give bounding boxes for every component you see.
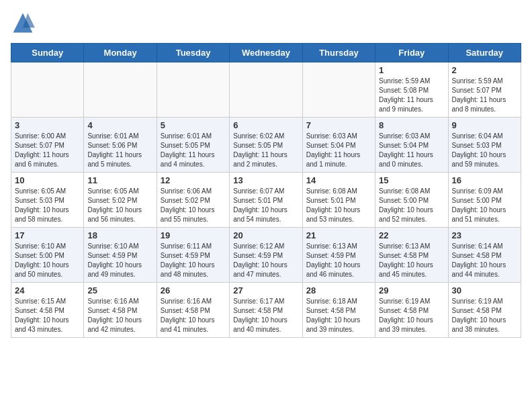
calendar-week-4: 17Sunrise: 6:10 AM Sunset: 5:00 PM Dayli… bbox=[11, 228, 521, 283]
calendar-week-5: 24Sunrise: 6:15 AM Sunset: 4:58 PM Dayli… bbox=[11, 283, 521, 338]
day-info: Sunrise: 6:02 AM Sunset: 5:05 PM Dayligh… bbox=[233, 132, 298, 169]
calendar-cell: 17Sunrise: 6:10 AM Sunset: 5:00 PM Dayli… bbox=[11, 228, 84, 283]
calendar-cell: 12Sunrise: 6:06 AM Sunset: 5:02 PM Dayli… bbox=[157, 173, 229, 228]
day-info: Sunrise: 6:09 AM Sunset: 5:00 PM Dayligh… bbox=[452, 187, 517, 224]
calendar-cell: 3Sunrise: 6:00 AM Sunset: 5:07 PM Daylig… bbox=[11, 118, 84, 173]
day-number: 24 bbox=[15, 285, 80, 295]
day-info: Sunrise: 6:16 AM Sunset: 4:58 PM Dayligh… bbox=[161, 297, 226, 334]
calendar-cell: 6Sunrise: 6:02 AM Sunset: 5:05 PM Daylig… bbox=[230, 118, 302, 173]
day-header-wednesday: Wednesday bbox=[230, 44, 302, 62]
day-info: Sunrise: 6:16 AM Sunset: 4:58 PM Dayligh… bbox=[87, 297, 152, 334]
day-info: Sunrise: 6:03 AM Sunset: 5:04 PM Dayligh… bbox=[379, 132, 444, 169]
day-number: 3 bbox=[15, 120, 80, 130]
day-number: 17 bbox=[15, 230, 80, 240]
calendar-cell: 9Sunrise: 6:04 AM Sunset: 5:03 PM Daylig… bbox=[448, 118, 521, 173]
calendar-cell: 7Sunrise: 6:03 AM Sunset: 5:04 PM Daylig… bbox=[302, 118, 375, 173]
day-info: Sunrise: 6:18 AM Sunset: 4:58 PM Dayligh… bbox=[306, 297, 371, 334]
calendar-cell: 8Sunrise: 6:03 AM Sunset: 5:04 PM Daylig… bbox=[375, 118, 448, 173]
day-header-monday: Monday bbox=[84, 44, 157, 62]
day-info: Sunrise: 6:01 AM Sunset: 5:06 PM Dayligh… bbox=[87, 132, 152, 169]
logo-icon bbox=[11, 11, 35, 35]
day-number: 25 bbox=[87, 285, 152, 295]
day-header-tuesday: Tuesday bbox=[157, 44, 229, 62]
calendar-cell bbox=[11, 62, 84, 118]
day-number: 15 bbox=[379, 175, 444, 185]
day-info: Sunrise: 5:59 AM Sunset: 5:07 PM Dayligh… bbox=[452, 77, 517, 114]
day-info: Sunrise: 6:00 AM Sunset: 5:07 PM Dayligh… bbox=[15, 132, 80, 169]
day-info: Sunrise: 6:19 AM Sunset: 4:58 PM Dayligh… bbox=[452, 297, 517, 334]
day-number: 6 bbox=[233, 120, 298, 130]
day-info: Sunrise: 6:15 AM Sunset: 4:58 PM Dayligh… bbox=[15, 297, 80, 334]
calendar-cell: 13Sunrise: 6:07 AM Sunset: 5:01 PM Dayli… bbox=[230, 173, 302, 228]
day-number: 1 bbox=[379, 65, 444, 75]
header-row: SundayMondayTuesdayWednesdayThursdayFrid… bbox=[11, 44, 521, 62]
calendar-cell: 19Sunrise: 6:11 AM Sunset: 4:59 PM Dayli… bbox=[157, 228, 229, 283]
day-info: Sunrise: 6:07 AM Sunset: 5:01 PM Dayligh… bbox=[233, 187, 298, 224]
day-number: 18 bbox=[87, 230, 152, 240]
calendar-cell: 21Sunrise: 6:13 AM Sunset: 4:59 PM Dayli… bbox=[302, 228, 375, 283]
day-info: Sunrise: 6:08 AM Sunset: 5:01 PM Dayligh… bbox=[306, 187, 371, 224]
calendar-cell: 10Sunrise: 6:05 AM Sunset: 5:03 PM Dayli… bbox=[11, 173, 84, 228]
day-number: 9 bbox=[452, 120, 517, 130]
day-number: 11 bbox=[87, 175, 152, 185]
calendar-cell: 26Sunrise: 6:16 AM Sunset: 4:58 PM Dayli… bbox=[157, 283, 229, 338]
calendar-cell bbox=[302, 62, 375, 118]
day-info: Sunrise: 6:10 AM Sunset: 5:00 PM Dayligh… bbox=[15, 242, 80, 279]
day-info: Sunrise: 6:05 AM Sunset: 5:03 PM Dayligh… bbox=[15, 187, 80, 224]
calendar-cell bbox=[230, 62, 302, 118]
day-number: 5 bbox=[161, 120, 226, 130]
calendar-cell: 23Sunrise: 6:14 AM Sunset: 4:58 PM Dayli… bbox=[448, 228, 521, 283]
day-info: Sunrise: 6:17 AM Sunset: 4:58 PM Dayligh… bbox=[233, 297, 298, 334]
calendar-cell: 20Sunrise: 6:12 AM Sunset: 4:59 PM Dayli… bbox=[230, 228, 302, 283]
day-info: Sunrise: 6:13 AM Sunset: 4:59 PM Dayligh… bbox=[306, 242, 371, 279]
calendar-cell: 18Sunrise: 6:10 AM Sunset: 4:59 PM Dayli… bbox=[84, 228, 157, 283]
day-header-friday: Friday bbox=[375, 44, 448, 62]
page-header bbox=[11, 11, 521, 35]
calendar-cell: 29Sunrise: 6:19 AM Sunset: 4:58 PM Dayli… bbox=[375, 283, 448, 338]
calendar-cell: 24Sunrise: 6:15 AM Sunset: 4:58 PM Dayli… bbox=[11, 283, 84, 338]
calendar-cell: 22Sunrise: 6:13 AM Sunset: 4:58 PM Dayli… bbox=[375, 228, 448, 283]
calendar-cell: 25Sunrise: 6:16 AM Sunset: 4:58 PM Dayli… bbox=[84, 283, 157, 338]
day-number: 14 bbox=[306, 175, 371, 185]
calendar-cell: 4Sunrise: 6:01 AM Sunset: 5:06 PM Daylig… bbox=[84, 118, 157, 173]
day-number: 28 bbox=[306, 285, 371, 295]
day-info: Sunrise: 6:12 AM Sunset: 4:59 PM Dayligh… bbox=[233, 242, 298, 279]
day-info: Sunrise: 6:10 AM Sunset: 4:59 PM Dayligh… bbox=[87, 242, 152, 279]
calendar-cell: 28Sunrise: 6:18 AM Sunset: 4:58 PM Dayli… bbox=[302, 283, 375, 338]
day-number: 20 bbox=[233, 230, 298, 240]
calendar-week-2: 3Sunrise: 6:00 AM Sunset: 5:07 PM Daylig… bbox=[11, 118, 521, 173]
calendar-week-1: 1Sunrise: 5:59 AM Sunset: 5:08 PM Daylig… bbox=[11, 62, 521, 118]
calendar-cell: 5Sunrise: 6:01 AM Sunset: 5:05 PM Daylig… bbox=[157, 118, 229, 173]
day-number: 7 bbox=[306, 120, 371, 130]
calendar-table: SundayMondayTuesdayWednesdayThursdayFrid… bbox=[11, 43, 521, 338]
day-number: 12 bbox=[161, 175, 226, 185]
logo bbox=[11, 11, 38, 35]
day-number: 26 bbox=[161, 285, 226, 295]
calendar-cell: 11Sunrise: 6:05 AM Sunset: 5:02 PM Dayli… bbox=[84, 173, 157, 228]
day-info: Sunrise: 6:19 AM Sunset: 4:58 PM Dayligh… bbox=[379, 297, 444, 334]
calendar-cell: 1Sunrise: 5:59 AM Sunset: 5:08 PM Daylig… bbox=[375, 62, 448, 118]
day-number: 27 bbox=[233, 285, 298, 295]
day-number: 21 bbox=[306, 230, 371, 240]
day-number: 10 bbox=[15, 175, 80, 185]
day-info: Sunrise: 6:01 AM Sunset: 5:05 PM Dayligh… bbox=[161, 132, 226, 169]
day-info: Sunrise: 6:14 AM Sunset: 4:58 PM Dayligh… bbox=[452, 242, 517, 279]
calendar-cell: 14Sunrise: 6:08 AM Sunset: 5:01 PM Dayli… bbox=[302, 173, 375, 228]
day-number: 16 bbox=[452, 175, 517, 185]
day-number: 29 bbox=[379, 285, 444, 295]
day-number: 22 bbox=[379, 230, 444, 240]
day-number: 13 bbox=[233, 175, 298, 185]
day-info: Sunrise: 5:59 AM Sunset: 5:08 PM Dayligh… bbox=[379, 77, 444, 114]
day-number: 30 bbox=[452, 285, 517, 295]
day-header-thursday: Thursday bbox=[302, 44, 375, 62]
day-number: 4 bbox=[87, 120, 152, 130]
day-number: 19 bbox=[161, 230, 226, 240]
calendar-cell bbox=[84, 62, 157, 118]
calendar-cell bbox=[157, 62, 229, 118]
calendar-cell: 15Sunrise: 6:08 AM Sunset: 5:00 PM Dayli… bbox=[375, 173, 448, 228]
day-info: Sunrise: 6:03 AM Sunset: 5:04 PM Dayligh… bbox=[306, 132, 371, 169]
calendar-week-3: 10Sunrise: 6:05 AM Sunset: 5:03 PM Dayli… bbox=[11, 173, 521, 228]
calendar-cell: 30Sunrise: 6:19 AM Sunset: 4:58 PM Dayli… bbox=[448, 283, 521, 338]
day-number: 8 bbox=[379, 120, 444, 130]
day-info: Sunrise: 6:06 AM Sunset: 5:02 PM Dayligh… bbox=[161, 187, 226, 224]
